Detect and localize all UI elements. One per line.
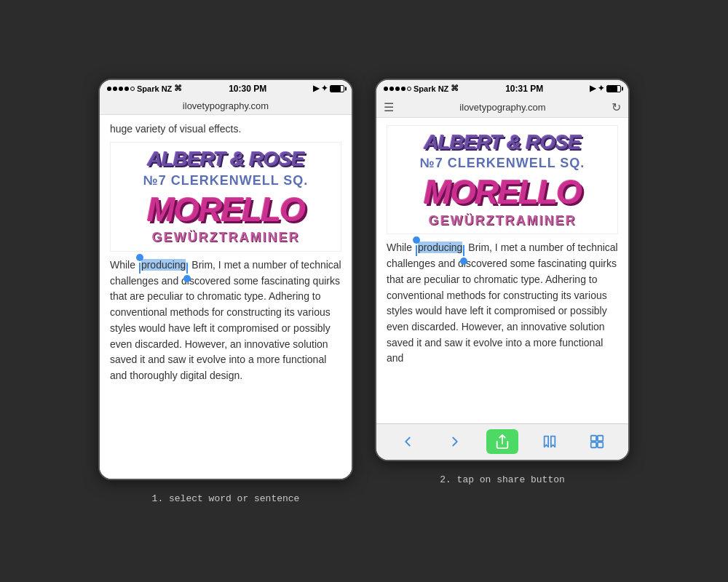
status-right-2: ▶ ✦ [590, 84, 621, 93]
signal-dots-2 [384, 87, 411, 91]
phone-2: Spark NZ ⌘ 10:31 PM ▶ ✦ ☰ ilovetypograph… [375, 79, 630, 461]
typo-albert-rose-1: ALBERT & ROSE [112, 147, 339, 172]
sel-start-1 [139, 263, 141, 274]
share-button[interactable] [486, 429, 518, 454]
svg-rect-2 [598, 436, 603, 441]
back-button[interactable] [392, 429, 424, 454]
wifi-icon-1: ⌘ [174, 84, 182, 93]
status-right-1: ▶ ✦ [313, 84, 344, 93]
body-text-2: While producing Brim, I met a number of … [387, 240, 618, 367]
signal-dot-4 [124, 87, 129, 91]
refresh-icon[interactable]: ↻ [612, 100, 621, 114]
caption-1: 1. select word or sentence [152, 493, 300, 504]
phone-1: Spark NZ ⌘ 10:30 PM ▶ ✦ ilovetypography.… [98, 79, 353, 480]
typo-image-2: ALBERT & ROSE №7 CLERKENWELL SQ. MORELLO… [387, 125, 618, 235]
time-1: 10:30 PM [229, 84, 266, 94]
sel-start-2 [416, 245, 417, 256]
forward-icon [447, 434, 463, 450]
back-icon [400, 434, 416, 450]
svg-rect-3 [591, 442, 596, 447]
phones-container: Spark NZ ⌘ 10:30 PM ▶ ✦ ilovetypography.… [98, 79, 630, 504]
signal-dot-2-4 [401, 87, 405, 91]
tabs-button[interactable] [581, 429, 613, 454]
gps-icon-2: ▶ [590, 84, 596, 93]
phone-2-wrapper: Spark NZ ⌘ 10:31 PM ▶ ✦ ☰ ilovetypograph… [375, 79, 630, 485]
gps-icon-1: ▶ [313, 84, 319, 93]
typo-gewurz-2: GEWÜRZTRAMINER [389, 212, 616, 230]
status-left-1: Spark NZ ⌘ [107, 84, 182, 93]
typo-morello-2: MORELLO [389, 172, 616, 212]
battery-icon-2 [606, 85, 621, 92]
caption-2: 2. tap on share button [440, 474, 565, 485]
signal-dots-1 [107, 87, 135, 91]
status-bar-1: Spark NZ ⌘ 10:30 PM ▶ ✦ [100, 80, 352, 97]
typo-gewurz-1: GEWÜRZTRAMINER [112, 229, 339, 247]
sel-dot-bottom-2 [460, 258, 467, 265]
battery-icon-1 [330, 85, 344, 92]
signal-dot-2-3 [395, 87, 400, 91]
selected-word-1: producing [141, 259, 186, 271]
carrier-1: Spark NZ [137, 84, 172, 93]
bookmarks-button[interactable] [534, 429, 566, 454]
sel-end-2 [463, 245, 464, 256]
url-bar-2[interactable]: ☰ ilovetypography.com ↻ [376, 97, 628, 118]
signal-dot-2-1 [384, 87, 388, 91]
bottom-toolbar [376, 423, 628, 460]
selected-word-2: producing [418, 242, 463, 253]
bluetooth-icon-1: ✦ [321, 84, 328, 93]
url-bar-1[interactable]: ilovetypography.com [100, 97, 352, 115]
signal-dot-2-5 [407, 87, 411, 91]
typo-no7-1: №7 CLERKENWELL SQ. [112, 172, 339, 190]
signal-dot-5 [130, 87, 135, 91]
body-text-1: While producing Brim, I met a number of … [110, 258, 341, 384]
battery-fill-1 [331, 86, 341, 92]
sel-dot-top-2 [413, 236, 420, 244]
content-1: huge variety of visual effects. ALBERT &… [100, 115, 352, 479]
share-icon [494, 434, 510, 450]
bluetooth-icon-2: ✦ [598, 84, 604, 93]
hamburger-icon[interactable]: ☰ [384, 100, 394, 114]
phone-1-wrapper: Spark NZ ⌘ 10:30 PM ▶ ✦ ilovetypography.… [98, 79, 353, 504]
forward-button[interactable] [439, 429, 471, 454]
sel-end-1 [186, 263, 188, 274]
body-before-2: While [387, 242, 415, 253]
content-top-1: huge variety of visual effects. [110, 122, 341, 137]
typo-morello-1: MORELLO [112, 190, 339, 230]
signal-dot-2 [113, 87, 117, 91]
wifi-icon-2: ⌘ [451, 84, 459, 93]
carrier-2: Spark NZ [414, 84, 448, 93]
signal-dot-2-2 [389, 87, 394, 91]
signal-dot-3 [119, 87, 123, 91]
signal-dot-1 [107, 87, 111, 91]
sel-dot-top-1 [136, 254, 143, 261]
typo-albert-rose-2: ALBERT & ROSE [389, 130, 616, 156]
typo-image-1: ALBERT & ROSE №7 CLERKENWELL SQ. MORELLO… [110, 142, 341, 252]
sel-dot-bottom-1 [183, 275, 191, 282]
time-2: 10:31 PM [505, 84, 543, 94]
content-2: ALBERT & ROSE №7 CLERKENWELL SQ. MORELLO… [376, 118, 628, 423]
status-left-2: Spark NZ ⌘ [384, 84, 459, 93]
svg-rect-4 [598, 442, 603, 447]
svg-rect-1 [591, 436, 596, 441]
battery-fill-2 [607, 86, 617, 92]
url-text-2: ilovetypography.com [459, 102, 545, 113]
status-bar-2: Spark NZ ⌘ 10:31 PM ▶ ✦ [376, 80, 628, 97]
typo-no7-2: №7 CLERKENWELL SQ. [389, 155, 616, 172]
url-text-1: ilovetypography.com [183, 100, 269, 111]
bookmarks-icon [542, 434, 558, 450]
tabs-icon [589, 434, 605, 450]
body-before-1: While [110, 259, 138, 271]
